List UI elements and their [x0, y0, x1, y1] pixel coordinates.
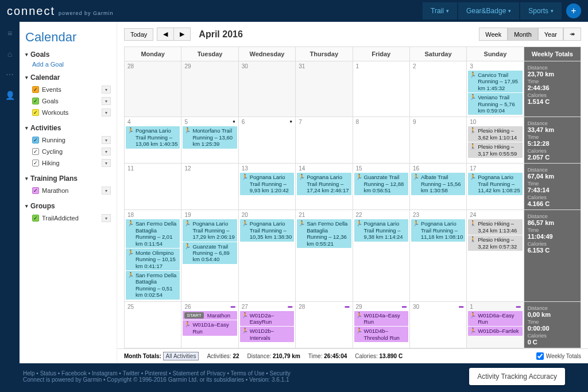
sidebar-item[interactable]: ✓Goals▾ — [25, 95, 111, 107]
calendar-day[interactable]: 1 — [353, 61, 409, 117]
calendar-day[interactable]: 2 — [409, 61, 466, 117]
sort-icon[interactable]: ▾ — [102, 214, 111, 222]
calendar-event[interactable]: 🏃Pognana Lario Trail Running – 9,93 km 1… — [240, 173, 294, 195]
today-button[interactable]: Today — [124, 28, 153, 41]
calendar-event[interactable]: 🏃W01D2a–EasyRun — [240, 311, 294, 327]
calendar-event[interactable]: 🏃W01D1a–Easy Run — [183, 320, 237, 336]
calendar-day[interactable]: 30▬ — [409, 301, 466, 348]
weekly-totals-toggle[interactable]: Weekly Totals — [536, 352, 581, 360]
sidebar-item[interactable]: ✓Cycling▾ — [25, 146, 111, 157]
next-button[interactable]: ▶ — [173, 28, 191, 41]
checkbox-icon[interactable]: ✓ — [32, 109, 39, 116]
sort-icon[interactable]: ▾ — [102, 187, 111, 195]
sidebar-training-heading[interactable]: Training Plans — [25, 174, 111, 183]
calendar-day[interactable]: 8 — [353, 117, 409, 164]
calendar-event[interactable]: 🏃Pognana Lario Trail Running – 11,18 km … — [411, 219, 465, 241]
calendar-day[interactable]: 13🏃Pognana Lario Trail Running – 9,93 km… — [238, 164, 295, 210]
calendar-day[interactable]: 23🏃Pognana Lario Trail Running – 11,18 k… — [409, 210, 466, 301]
activity-icon[interactable]: ⋯ — [6, 70, 14, 79]
checkbox-icon[interactable]: ✓ — [32, 187, 39, 194]
weekly-totals-checkbox[interactable] — [536, 352, 544, 360]
sidebar-item[interactable]: ✓Events▾ — [25, 84, 111, 95]
calendar-day[interactable]: 9 — [409, 117, 466, 164]
calendar-day[interactable]: 12 — [181, 164, 238, 210]
calendar-day[interactable]: 29 — [181, 61, 238, 117]
calendar-event[interactable]: 🏃W01D6a–Easy Run — [468, 311, 522, 327]
calendar-day[interactable]: 20🏃Pognana Lario Trail Running – 10,35 k… — [238, 210, 295, 301]
sidebar-item[interactable]: ✓TrailAddicted▾ — [25, 212, 111, 224]
footer-link[interactable]: Twitter — [122, 370, 139, 377]
calendar-day[interactable]: 24🚶Plesio Hiking – 3,24 km 1:13:46🚶Plesi… — [467, 210, 524, 301]
sort-icon[interactable]: ▾ — [102, 108, 111, 117]
calendar-day[interactable]: 30 — [238, 61, 295, 117]
calendar-day[interactable]: 3🏃Carvico Trail Running – 17,95 km 1:45:… — [467, 61, 524, 117]
calendar-event[interactable]: STARTMarathon — [183, 311, 237, 320]
calendar-event[interactable]: 🏃Guanzate Trail Running – 12,88 km 0:56:… — [354, 173, 408, 195]
footer-link[interactable]: Facebook — [61, 370, 87, 377]
sidebar-item[interactable]: ✓Workouts▾ — [25, 107, 111, 118]
tracking-accuracy-button[interactable]: Activity Tracking Accuracy — [469, 368, 565, 385]
sidebar-calendar-heading[interactable]: Calendar — [25, 73, 111, 81]
calendar-event[interactable]: 🏃Carvico Trail Running – 17,95 km 1:45:3… — [468, 71, 522, 92]
calendar-day[interactable]: 5🏃Montorfano Trail Running – 13,60 km 1:… — [181, 117, 238, 164]
sidebar-item[interactable]: ✓Marathon▾ — [25, 185, 111, 196]
calendar-day[interactable]: 4🏃Pognana Lario Trail Running – 13,08 km… — [125, 117, 181, 164]
footer-link[interactable]: Pinterest — [145, 370, 167, 377]
checkbox-icon[interactable]: ✓ — [32, 215, 39, 222]
calendar-event[interactable]: 🚶Plesio Hiking – 3,17 km 0:55:59 — [468, 142, 522, 158]
footer-link[interactable]: Status — [40, 370, 56, 377]
sidebar-item[interactable]: ✓Running▾ — [25, 134, 111, 146]
activity-filter[interactable]: All Activities — [163, 352, 199, 360]
sort-icon[interactable]: ▾ — [102, 148, 111, 156]
calendar-day[interactable]: 7 — [296, 117, 353, 164]
view-year[interactable]: Year — [538, 28, 563, 41]
calendar-event[interactable]: 🏃Pognana Lario Trail Running – 11,42 km … — [468, 173, 522, 195]
calendar-day[interactable]: 26▬STARTMarathon🏃W01D1a–Easy Run — [181, 301, 238, 348]
sort-icon[interactable]: ▾ — [102, 136, 111, 144]
calendar-event[interactable]: 🏃Pognana Lario Trail Running – 10,35 km … — [240, 219, 294, 241]
sort-icon[interactable]: ▾ — [102, 159, 111, 167]
footer-link[interactable]: Terms of Use — [231, 370, 265, 377]
calendar-day[interactable]: 31 — [296, 61, 353, 117]
calendar-event[interactable]: 🏃Pognana Lario Trail Running – 13,08 km … — [126, 126, 180, 148]
checkbox-icon[interactable]: ✓ — [32, 137, 39, 143]
calendar-day[interactable]: 29▬🏃W01D4a–Easy Run🏃W01D4b–Threshold Run — [353, 301, 409, 348]
calendar-day[interactable]: 15🏃Guanzate Trail Running – 12,88 km 0:5… — [353, 164, 409, 210]
sidebar-groups-heading[interactable]: Groups — [25, 202, 111, 210]
export-icon[interactable]: ↠ — [563, 28, 581, 41]
calendar-day[interactable]: 27▬🏃W01D2a–EasyRun🏃W01D2b–Intervals — [238, 301, 295, 348]
calendar-event[interactable]: 🏃W01D6b–Fartlek — [468, 327, 522, 335]
nav-sports[interactable]: Sports▾ — [520, 2, 562, 20]
calendar-event[interactable]: 🏃San Fermo Della Battaglia Running – 0,5… — [126, 271, 180, 300]
calendar-event[interactable]: 🏃Pognana Lario Trail Running – 17,24 km … — [297, 173, 351, 195]
calendar-event[interactable]: 🏃Veniano Trail Running – 5,76 km 0:59:04 — [468, 93, 522, 115]
calendar-day[interactable]: 28▬ — [296, 301, 353, 348]
checkbox-icon[interactable]: ✓ — [32, 148, 39, 155]
calendar-day[interactable]: 10🚶Plesio Hiking – 3,62 km 1:10:14🚶Plesi… — [467, 117, 524, 164]
sidebar-activities-heading[interactable]: Activities — [25, 124, 111, 132]
nav-gear-badge[interactable]: Gear&Badge▾ — [458, 2, 519, 20]
calendar-event[interactable]: 🏃San Fermo Della Battaglia Running – 2,0… — [126, 219, 180, 248]
calendar-event[interactable]: 🚶Plesio Hiking – 3,62 km 1:10:14 — [468, 126, 522, 142]
footer-link[interactable]: Help — [23, 370, 35, 377]
sort-icon[interactable]: ▾ — [102, 86, 111, 94]
calendar-event[interactable]: 🏃W01D4a–Easy Run — [354, 311, 408, 327]
calendar-day[interactable]: 16🏃Albate Trail Running – 15,56 km 1:30:… — [409, 164, 466, 210]
footer-link[interactable]: Security — [270, 370, 291, 377]
calendar-event[interactable]: 🏃Monte Olimpino Running – 10,15 km 0:41:… — [126, 249, 180, 270]
calendar-event[interactable]: 🏃Pognana Lario Trail Running – 9,38 km 1… — [354, 219, 408, 241]
sidebar-item[interactable]: ✓Hiking▾ — [25, 157, 111, 169]
calendar-day[interactable]: 1▬🏃W01D6a–Easy Run🏃W01D6b–Fartlek — [467, 301, 524, 348]
calendar-event[interactable]: 🏃W01D4b–Threshold Run — [354, 327, 408, 342]
add-button[interactable]: + — [566, 3, 581, 18]
view-month[interactable]: Month — [508, 28, 538, 41]
sort-icon[interactable]: ▾ — [102, 97, 111, 105]
checkbox-icon[interactable]: ✓ — [32, 160, 39, 166]
calendar-day[interactable]: 21🏃San Fermo Della Battaglia Running – 1… — [296, 210, 353, 301]
calendar-event[interactable]: 🏃Guanzate Trail Running – 6,89 km 0:54:4… — [183, 242, 237, 264]
add-goal-link[interactable]: Add a Goal — [25, 61, 64, 68]
checkbox-icon[interactable]: ✓ — [32, 98, 39, 104]
menu-icon[interactable]: ≡ — [7, 29, 12, 38]
sidebar-goals-heading[interactable]: Goals — [25, 51, 111, 59]
calendar-day[interactable]: 6 — [238, 117, 295, 164]
